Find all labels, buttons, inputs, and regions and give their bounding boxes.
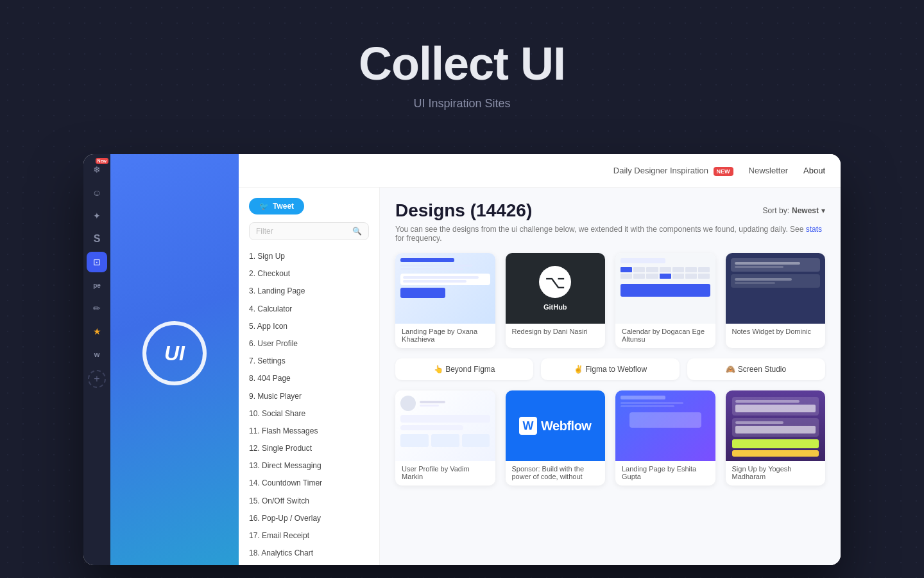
sidebar-icon-pe[interactable]: pe [87,275,107,295]
sidebar-icon-face[interactable]: ☺ [87,182,107,203]
logo-circle: UI [142,321,207,385]
card-signup[interactable]: Sign Up by Yogesh Madharam [726,390,826,486]
main-title: Collect UI [0,39,924,89]
nav-list-item[interactable]: 19. Leaderboard [239,562,379,565]
main-subtitle: UI Inspiration Sites [0,97,924,110]
nav-daily-designer[interactable]: Daily Designer Inspiration NEW [613,166,733,175]
top-nav: Daily Designer Inspiration NEW Newslette… [239,154,841,188]
card-webflow[interactable]: W Webflow Sponsor: Build with the power … [506,390,606,486]
logo-text: UI [164,342,185,365]
caption-3: Calendar by Dogacan Ege Altunsu [615,324,715,348]
sidebar-icon-add[interactable]: + [88,370,106,388]
nav-list-item[interactable]: 10. Social Share [239,405,379,423]
card-calendar[interactable]: Calendar by Dogacan Ege Altunsu [615,253,715,348]
nav-list-item[interactable]: 9. Music Player [239,388,379,405]
twitter-icon: 🐦 [259,202,269,211]
nav-list-item[interactable]: 18. Analytics Chart [239,545,379,562]
sort-control[interactable]: Sort by: Newest ▾ [763,206,825,215]
main-content: Daily Designer Inspiration NEW Newslette… [239,154,841,565]
gallery-header: Designs (14426) Sort by: Newest ▾ [395,200,825,221]
chevron-down-icon: ▾ [821,206,825,215]
nav-list-item[interactable]: 12. Single Product [239,440,379,457]
nav-list-item[interactable]: 13. Direct Messaging [239,457,379,475]
nav-list-item[interactable]: 16. Pop-Up / Overlay [239,510,379,527]
sidebar-icon-snowflake[interactable]: ❄ [87,159,107,180]
nav-list-item[interactable]: 4. Calculator [239,301,379,318]
nav-list-item[interactable]: 7. Settings [239,353,379,370]
thumb-webflow: W Webflow [506,390,606,461]
caption-2: Redesign by Dani Nasiri [506,324,606,340]
sponsor-screen-studio[interactable]: 🙈 Screen Studio [687,358,825,380]
search-icon: 🔍 [352,227,362,236]
second-image-grid: User Profile by Vadim Markin W Webflow [395,390,825,486]
caption-6: Sponsor: Build with the power of code, w… [506,461,606,486]
card-landing2[interactable]: Landing Page by Eshita Gupta [615,390,715,486]
thumb-notes [726,253,826,324]
figma-webflow-icon: ✌ [574,365,583,374]
gallery-description: You can see the designs from the ui chal… [395,225,825,243]
nav-list: 1. Sign Up2. Checkout3. Landing Page4. C… [239,248,379,565]
screen-studio-icon: 🙈 [726,365,735,374]
card-notes[interactable]: Notes Widget by Dominic [726,253,826,348]
gallery-title: Designs (14426) [395,200,532,221]
beyond-figma-icon: 👆 [434,365,443,374]
nav-list-item[interactable]: 3. Landing Page [239,283,379,300]
filter-input[interactable]: Filter 🔍 [249,222,369,240]
thumb-calendar [615,253,715,324]
caption-5: User Profile by Vadim Markin [395,461,495,486]
stats-link[interactable]: stats [806,225,822,234]
thumb-landing2 [615,390,715,461]
nav-newsletter[interactable]: Newsletter [749,166,788,175]
nav-list-item[interactable]: 6. User Profile [239,335,379,353]
caption-1: Landing Page by Oxana Khazhieva [395,324,495,348]
nav-list-item[interactable]: 14. Countdown Timer [239,475,379,492]
sidebar-icon-paw[interactable]: ✦ [87,206,107,226]
nav-list-item[interactable]: 17. Email Receipt [239,527,379,545]
app-logo: UI [142,321,207,385]
caption-4: Notes Widget by Dominic [726,324,826,340]
content-body: 🐦 Tweet Filter 🔍 1. Sign Up2. Checkout3.… [239,188,841,565]
left-panel: UI [110,154,239,565]
thumb-profile [395,390,495,461]
browser-window: ❄ ☺ ✦ S ⊡ pe ✏ ★ w + UI Daily Designer I… [83,154,841,565]
first-image-grid: Landing Page by Oxana Khazhieva ⌥ GitHub [395,253,825,348]
sponsor-figma-webflow[interactable]: ✌ Figma to Webflow [541,358,679,380]
nav-list-item[interactable]: 11. Flash Messages [239,423,379,440]
nav-list-item[interactable]: 2. Checkout [239,265,379,283]
caption-8: Sign Up by Yogesh Madharam [726,461,826,486]
sidebar-icon-s[interactable]: S [87,229,107,249]
sidebar-icon-active[interactable]: ⊡ [87,252,107,272]
nav-about[interactable]: About [803,166,825,175]
sidebar-icon-w[interactable]: w [87,344,107,365]
card-user-profile[interactable]: User Profile by Vadim Markin [395,390,495,486]
sidebar-icon-pencil[interactable]: ✏ [87,298,107,319]
sponsor-bar: 👆 Beyond Figma ✌ Figma to Webflow 🙈 Scre… [395,358,825,380]
nav-list-item[interactable]: 15. On/Off Switch [239,493,379,510]
caption-7: Landing Page by Eshita Gupta [615,461,715,486]
nav-list-item[interactable]: 5. App Icon [239,318,379,335]
card-github[interactable]: ⌥ GitHub Redesign by Dani Nasiri [506,253,606,348]
thumb-signup [726,390,826,461]
filter-placeholder: Filter [256,227,273,236]
thumb-landing [395,253,495,324]
nav-list-item[interactable]: 8. 404 Page [239,370,379,387]
left-nav: 🐦 Tweet Filter 🔍 1. Sign Up2. Checkout3.… [239,188,380,565]
sidebar-icons: ❄ ☺ ✦ S ⊡ pe ✏ ★ w + [83,154,110,565]
thumb-github: ⌥ GitHub [506,253,606,324]
sidebar-icon-star[interactable]: ★ [87,321,107,342]
card-landing-page[interactable]: Landing Page by Oxana Khazhieva [395,253,495,348]
page-header: Collect UI UI Inspiration Sites [0,0,924,136]
nav-list-item[interactable]: 1. Sign Up [239,248,379,265]
sponsor-beyond-figma[interactable]: 👆 Beyond Figma [395,358,533,380]
gallery-area: Designs (14426) Sort by: Newest ▾ You ca… [380,188,841,565]
new-badge: NEW [714,167,733,176]
tweet-button[interactable]: 🐦 Tweet [249,198,304,215]
